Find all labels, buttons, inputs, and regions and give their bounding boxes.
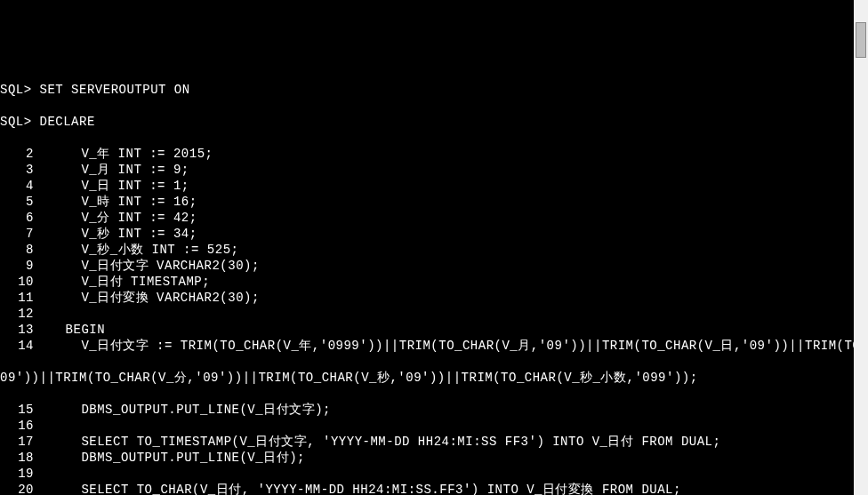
code-text: V_日付文字 VARCHAR2(30);: [34, 259, 260, 273]
code-line: 18 DBMS_OUTPUT.PUT_LINE(V_日付);: [0, 450, 868, 466]
line-number: 7: [0, 226, 34, 242]
code-line: 14 V_日付文字 := TRIM(TO_CHAR(V_年,'0999'))||…: [0, 338, 868, 354]
sql-command: SET SERVEROUTPUT ON: [40, 83, 190, 97]
line-number: 8: [0, 242, 34, 258]
code-text: [34, 467, 50, 481]
code-text: SELECT TO_CHAR(V_日付, 'YYYY-MM-DD HH24:MI…: [34, 483, 681, 495]
code-line: 19: [0, 466, 868, 482]
scrollbar-thumb[interactable]: [856, 22, 866, 58]
sql-prompt-line: SQL> SET SERVEROUTPUT ON: [0, 82, 868, 98]
code-text: [34, 419, 50, 433]
line-number: 9: [0, 258, 34, 274]
line-number: 19: [0, 466, 34, 482]
line-number: 18: [0, 450, 34, 466]
code-text: V_年 INT := 2015;: [34, 147, 213, 161]
code-text: V_秒 INT := 34;: [34, 227, 197, 241]
line-number: 15: [0, 402, 34, 418]
code-line: 17 SELECT TO_TIMESTAMP(V_日付文字, 'YYYY-MM-…: [0, 434, 868, 450]
code-text: V_秒_小数 INT := 525;: [34, 243, 238, 257]
line-number: 17: [0, 434, 34, 450]
code-text: BEGIN: [34, 323, 105, 337]
line-number: 4: [0, 178, 34, 194]
code-line: 4 V_日 INT := 1;: [0, 178, 868, 194]
sql-command: DECLARE: [40, 115, 95, 129]
code-wrap-line: 09'))||TRIM(TO_CHAR(V_分,'09'))||TRIM(TO_…: [0, 370, 868, 386]
terminal-output[interactable]: SQL> SET SERVEROUTPUT ON SQL> DECLARE 2 …: [0, 64, 868, 495]
code-line: 6 V_分 INT := 42;: [0, 210, 868, 226]
code-text: V_日付 TIMESTAMP;: [34, 275, 210, 289]
line-number: 5: [0, 194, 34, 210]
code-text: V_分 INT := 42;: [34, 211, 197, 225]
code-line: 15 DBMS_OUTPUT.PUT_LINE(V_日付文字);: [0, 402, 868, 418]
code-text: DBMS_OUTPUT.PUT_LINE(V_日付文字);: [34, 403, 331, 417]
code-text: V_時 INT := 16;: [34, 195, 197, 209]
code-text: DBMS_OUTPUT.PUT_LINE(V_日付);: [34, 451, 305, 465]
sql-prompt: SQL>: [0, 83, 32, 97]
code-line: 10 V_日付 TIMESTAMP;: [0, 274, 868, 290]
line-number: 14: [0, 338, 34, 354]
code-line: 11 V_日付変換 VARCHAR2(30);: [0, 290, 868, 306]
code-text: V_日付変換 VARCHAR2(30);: [34, 291, 260, 305]
line-number: 10: [0, 274, 34, 290]
line-number: 13: [0, 322, 34, 338]
line-number: 11: [0, 290, 34, 306]
code-line: 7 V_秒 INT := 34;: [0, 226, 868, 242]
line-number: 16: [0, 418, 34, 434]
code-line: 12: [0, 306, 868, 322]
code-line: 2 V_年 INT := 2015;: [0, 146, 868, 162]
line-number: 12: [0, 306, 34, 322]
vertical-scrollbar[interactable]: [854, 0, 868, 495]
sql-prompt-line: SQL> DECLARE: [0, 114, 868, 130]
line-number: 20: [0, 482, 34, 495]
line-number: 6: [0, 210, 34, 226]
code-line: 3 V_月 INT := 9;: [0, 162, 868, 178]
code-line: 9 V_日付文字 VARCHAR2(30);: [0, 258, 868, 274]
line-number: 3: [0, 162, 34, 178]
code-line: 5 V_時 INT := 16;: [0, 194, 868, 210]
code-line: 8 V_秒_小数 INT := 525;: [0, 242, 868, 258]
code-text: V_日 INT := 1;: [34, 179, 189, 193]
sql-prompt: SQL>: [0, 115, 32, 129]
line-number: 2: [0, 146, 34, 162]
code-text: SELECT TO_TIMESTAMP(V_日付文字, 'YYYY-MM-DD …: [34, 435, 720, 449]
code-line: 16: [0, 418, 868, 434]
code-line: 20 SELECT TO_CHAR(V_日付, 'YYYY-MM-DD HH24…: [0, 482, 868, 495]
code-text: V_日付文字 := TRIM(TO_CHAR(V_年,'0999'))||TRI…: [34, 339, 868, 353]
code-line: 13 BEGIN: [0, 322, 868, 338]
code-text: V_月 INT := 9;: [34, 163, 189, 177]
code-text: [34, 307, 50, 321]
